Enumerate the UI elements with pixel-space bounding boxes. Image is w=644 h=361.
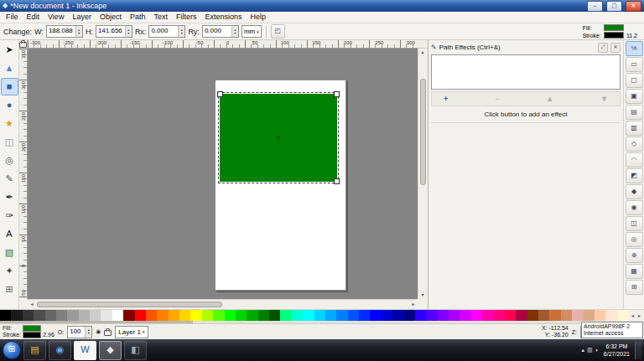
spin-down-icon[interactable]: ▾: [232, 32, 238, 35]
palette-swatch-4[interactable]: [45, 310, 56, 321]
menu-view[interactable]: View: [44, 12, 68, 23]
palette-swatch-5[interactable]: [56, 310, 67, 321]
palette-swatch-29[interactable]: [325, 310, 336, 321]
spin-down-icon[interactable]: ▾: [86, 332, 91, 335]
close-button[interactable]: ✕: [626, 1, 641, 12]
palette-swatch-7[interactable]: [79, 310, 90, 321]
dock-close-button[interactable]: ✕: [610, 43, 621, 53]
stroke-swatch[interactable]: [604, 32, 624, 39]
palette-swatch-43[interactable]: [482, 310, 493, 321]
palette-swatch-38[interactable]: [426, 310, 437, 321]
unit-dropdown[interactable]: mm ▾: [242, 25, 262, 38]
menu-text[interactable]: Text: [149, 12, 172, 23]
palette-swatch-42[interactable]: [471, 310, 482, 321]
palette-swatch-44[interactable]: [494, 310, 505, 321]
palette-swatch-27[interactable]: [303, 310, 314, 321]
spin-rx-value[interactable]: 0.000: [149, 26, 178, 37]
horizontal-scrollbar[interactable]: ◂ ▸: [28, 299, 418, 309]
scroll-right-icon[interactable]: ▸: [409, 301, 418, 308]
snap-line-midpoints-button[interactable]: ◫: [626, 216, 643, 231]
menu-layer[interactable]: Layer: [68, 12, 96, 23]
palette-swatch-1[interactable]: [11, 310, 22, 321]
menu-edit[interactable]: Edit: [23, 12, 44, 23]
remove-effect-button[interactable]: −: [495, 95, 499, 103]
snap-cusp-nodes-button[interactable]: ◆: [626, 184, 643, 199]
vertical-ruler[interactable]: 350300250200150100500-50: [19, 49, 28, 299]
palette-scrollbar[interactable]: [0, 321, 644, 323]
palette-swatch-10[interactable]: [112, 310, 123, 321]
fill-swatch[interactable]: [604, 24, 624, 31]
layer-visibility-icon[interactable]: ◉: [96, 328, 101, 335]
menu-object[interactable]: Object: [96, 12, 126, 23]
horizontal-ruler[interactable]: -300-250-200-150-100-5005010015020025030…: [28, 40, 418, 49]
vertical-scrollbar[interactable]: ▴ ▾: [418, 49, 428, 299]
palette-swatch-30[interactable]: [336, 310, 347, 321]
snap-bbox-corners-button[interactable]: ▣: [626, 89, 643, 104]
palette-swatch-41[interactable]: [460, 310, 470, 321]
selected-rectangle[interactable]: ×: [220, 94, 337, 182]
spin-ry-value[interactable]: 0.000: [203, 26, 231, 37]
palette-swatch-33[interactable]: [370, 310, 381, 321]
palette-swatch-3[interactable]: [34, 310, 44, 321]
spin-rx-arrows[interactable]: ▴▾: [178, 26, 184, 37]
palette-swatch-32[interactable]: [359, 310, 370, 321]
palette-swatch-12[interactable]: [135, 310, 146, 321]
selector-tool[interactable]: ➤: [1, 41, 18, 59]
palette-swatch-37[interactable]: [415, 310, 426, 321]
palette-swatch-35[interactable]: [392, 310, 403, 321]
opacity-spinbox[interactable]: 100 ▴ ▾: [67, 326, 92, 338]
taskbar-clock[interactable]: 6:32 PM 6/27/2021: [602, 343, 631, 358]
rotation-center-icon[interactable]: ×: [276, 134, 280, 142]
palette-left-icon[interactable]: ◂: [630, 312, 636, 318]
spin-h-value[interactable]: 141.656: [96, 26, 125, 37]
snap-bbox-edge-midpoints-button[interactable]: ▤: [626, 105, 643, 120]
resize-handle-top-right[interactable]: [334, 91, 340, 97]
spin-down-icon[interactable]: ▾: [179, 32, 184, 35]
canvas-viewport[interactable]: ×: [28, 49, 418, 299]
network-popup[interactable]: AndroidAP998F 2 Internet access: [581, 322, 643, 338]
gradient-tool[interactable]: ▧: [1, 244, 18, 261]
spin-ry[interactable]: 0.000▴▾: [202, 25, 239, 38]
palette-swatch-28[interactable]: [314, 310, 325, 321]
spin-rx[interactable]: 0.000▴▾: [148, 25, 185, 38]
maximize-button[interactable]: ▢: [606, 1, 622, 12]
scroll-left-icon[interactable]: ◂: [28, 301, 36, 308]
not-rounded-button[interactable]: ◰: [271, 24, 285, 39]
snap-nodes-button[interactable]: ◇: [626, 137, 643, 152]
palette-swatch-9[interactable]: [101, 310, 112, 321]
spin-down-icon[interactable]: ▾: [126, 32, 132, 35]
star-tool[interactable]: ★: [1, 115, 18, 132]
palette-swatch-52[interactable]: [584, 310, 595, 321]
effect-list[interactable]: [431, 54, 621, 90]
palette-swatch-53[interactable]: [595, 310, 605, 321]
spin-h-arrows[interactable]: ▴▾: [125, 26, 132, 37]
palette-swatch-49[interactable]: [549, 310, 560, 321]
spin-w-arrows[interactable]: ▴▾: [75, 26, 82, 37]
dock-header[interactable]: ✎ Path Effects (Ctrl+&) ⤢ ✕: [431, 42, 621, 53]
spiral-tool[interactable]: ◎: [1, 152, 18, 169]
spin-ry-arrows[interactable]: ▴▾: [231, 26, 238, 37]
calligraphy-tool[interactable]: ✑: [1, 207, 18, 224]
palette-swatch-24[interactable]: [269, 310, 280, 321]
palette-swatch-0[interactable]: [0, 310, 11, 321]
palette-swatch-51[interactable]: [572, 310, 583, 321]
menu-file[interactable]: File: [2, 12, 23, 23]
ruler-corner[interactable]: [19, 40, 28, 49]
palette-swatch-8[interactable]: [90, 310, 101, 321]
rectangle-tool[interactable]: ■: [1, 78, 18, 95]
palette-swatch-20[interactable]: [225, 310, 236, 321]
palette-swatch-40[interactable]: [449, 310, 460, 321]
box-3d-tool[interactable]: ◫: [1, 133, 18, 151]
palette-swatch-39[interactable]: [438, 310, 449, 321]
volume-icon[interactable]: ◗: [595, 347, 599, 353]
connector-tool[interactable]: ⊞: [1, 281, 18, 298]
menu-help[interactable]: Help: [246, 12, 270, 23]
fill-stroke-indicator[interactable]: Fill: Stroke: 2.96: [3, 325, 55, 338]
inkscape-taskbar-icon[interactable]: ◆: [99, 341, 122, 360]
layer-selector[interactable]: Layer 1 ▾: [115, 326, 148, 338]
palette-swatch-54[interactable]: [605, 310, 616, 321]
palette-swatch-48[interactable]: [538, 310, 549, 321]
spin-w[interactable]: 188.088▴▾: [46, 25, 83, 38]
horizontal-scroll-thumb[interactable]: [37, 302, 222, 307]
app-taskbar-icon[interactable]: ◧: [124, 341, 147, 360]
